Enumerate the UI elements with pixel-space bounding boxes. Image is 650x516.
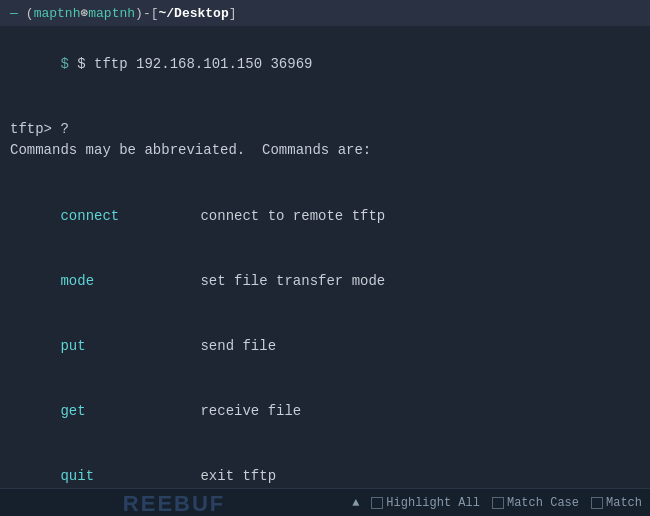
cmd-desc-get: receive file [200, 403, 301, 419]
cmd-connect: connectconnect to remote tftp [10, 184, 640, 249]
terminal-icon: — [10, 6, 18, 21]
watermark: REEBUF [8, 491, 340, 517]
cmd-name-put: put [60, 336, 200, 358]
highlight-all-button[interactable]: Highlight All [371, 496, 480, 510]
cmd-desc-connect: connect to remote tftp [200, 208, 385, 224]
cmd-desc-mode: set file transfer mode [200, 273, 385, 289]
match-case-checkbox[interactable] [492, 497, 504, 509]
highlight-checkbox[interactable] [371, 497, 383, 509]
shell-prompt-symbol: $ [60, 56, 77, 72]
match-checkbox[interactable] [591, 497, 603, 509]
match-button[interactable]: Match [591, 496, 642, 510]
scroll-up-icon[interactable]: ▲ [352, 496, 359, 510]
cmd-name-mode: mode [60, 271, 200, 293]
terminal-body: $ $ tftp 192.168.101.150 36969 tftp> ? C… [0, 26, 650, 488]
shell-prompt-line: $ $ tftp 192.168.101.150 36969 [10, 32, 640, 97]
title-bar: — (maptnh⊛maptnh)-[~/Desktop] [0, 0, 650, 26]
terminal-window: — (maptnh⊛maptnh)-[~/Desktop] $ $ tftp 1… [0, 0, 650, 516]
tftp-help-prompt: tftp> ? [10, 119, 640, 141]
commands-header: Commands may be abbreviated. Commands ar… [10, 140, 640, 162]
cmd-get: getreceive file [10, 379, 640, 444]
highlight-all-label: Highlight All [386, 496, 480, 510]
cmd-name-connect: connect [60, 206, 200, 228]
blank-line-2 [10, 162, 640, 184]
match-case-label: Match Case [507, 496, 579, 510]
hostname: maptnh [88, 6, 135, 21]
tftp-command: $ tftp 192.168.101.150 36969 [77, 56, 312, 72]
match-label: Match [606, 496, 642, 510]
title-bar-text: (maptnh⊛maptnh)-[~/Desktop] [26, 5, 237, 21]
cmd-desc-put: send file [200, 338, 276, 354]
username: maptnh [34, 6, 81, 21]
cmd-put: putsend file [10, 314, 640, 379]
path: ~/Desktop [158, 6, 228, 21]
bottom-bar: REEBUF ▲ Highlight All Match Case Match [0, 488, 650, 516]
match-case-button[interactable]: Match Case [492, 496, 579, 510]
cmd-name-get: get [60, 401, 200, 423]
cmd-desc-quit: exit tftp [200, 468, 276, 484]
cmd-quit: quitexit tftp [10, 444, 640, 488]
cmd-mode: modeset file transfer mode [10, 249, 640, 314]
cmd-name-quit: quit [60, 466, 200, 488]
blank-line-1 [10, 97, 640, 119]
